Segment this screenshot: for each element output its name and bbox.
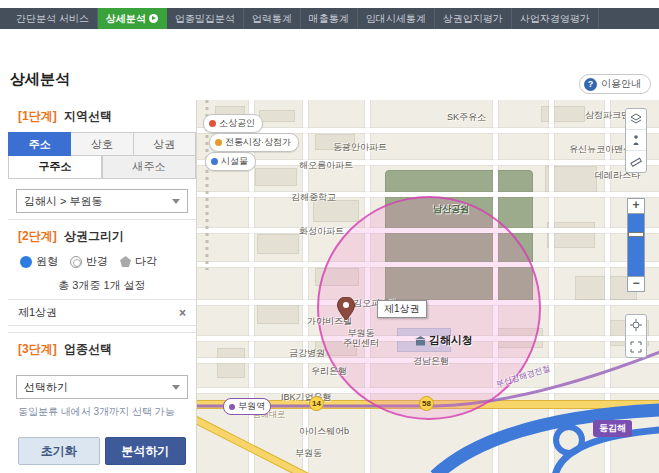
help-button[interactable]: ? 이용안내 [579, 74, 651, 94]
map-place-label: 화성아파트 [299, 226, 344, 236]
app-root: 간단분석 서비스상세분석업종밀집분석업력통계매출통계임대시세통계상권입지평가사업… [0, 0, 659, 473]
zoom-in-button[interactable]: + [627, 198, 645, 214]
step2-title: 상권그리기 [64, 229, 124, 243]
map-pin-icon[interactable] [337, 297, 355, 325]
shape-option-label: 다각 [135, 254, 157, 269]
tab-address[interactable]: 주소 [8, 132, 71, 156]
tab-business-name[interactable]: 상호 [71, 132, 133, 156]
analyze-button[interactable]: 분석하기 [105, 437, 187, 465]
fullscreen-button[interactable] [626, 336, 646, 357]
tab-trade-area[interactable]: 상권 [134, 132, 196, 156]
map-building [259, 110, 295, 122]
category-select[interactable]: 선택하기 [16, 375, 188, 399]
facilities-icon [211, 158, 218, 165]
question-icon: ? [584, 78, 597, 91]
map-building [217, 348, 245, 378]
map-road [197, 388, 659, 393]
city-hall-label: 김해시청 [415, 333, 473, 348]
region-select[interactable]: 김해시 > 부원동 [16, 189, 188, 213]
city-hall-icon [415, 336, 426, 346]
shape-option-circle[interactable]: 원형 [20, 254, 58, 269]
map-road [493, 100, 498, 473]
shape-option-label: 원형 [36, 254, 58, 269]
layer-toggle-small-business[interactable]: 소상공인 [203, 114, 263, 133]
map-building [541, 106, 585, 122]
map-place-label: 부원동 [295, 448, 322, 458]
map-place-label: 해오름아파트 [299, 160, 353, 170]
skyview-toggle-button[interactable] [626, 109, 646, 130]
shape-option-polygon[interactable]: 다각 [120, 254, 157, 269]
nav-item-label: 업종밀집분석 [175, 12, 235, 26]
nav-item-2[interactable]: 상세분석 [98, 8, 167, 29]
polygon-shape-icon [120, 256, 131, 267]
map-place-label: 동광안아파트 [333, 142, 387, 152]
help-button-label: 이용안내 [601, 77, 641, 91]
map-road [197, 300, 659, 305]
roadview-person-icon [630, 134, 642, 146]
map-road [303, 100, 308, 473]
zoom-control: + − [627, 198, 645, 292]
nav-item-label: 업력통계 [252, 12, 292, 26]
map-road [365, 100, 370, 473]
trade-area-item: 제1상권 × [8, 299, 196, 326]
nav-item-6[interactable]: 임대시세통계 [358, 8, 435, 29]
layer-toggle-label: 시설물 [221, 155, 248, 168]
radius-shape-icon [70, 256, 82, 268]
map-place-label: 경남은행 [413, 356, 449, 366]
zoom-out-button[interactable]: − [627, 276, 645, 292]
measure-distance-button[interactable] [626, 151, 646, 172]
nav-item-3[interactable]: 업종밀집분석 [167, 8, 244, 29]
subtab-old-address[interactable]: 구주소 [8, 156, 102, 179]
route-number-badge: 14 [309, 396, 324, 411]
step3-number: [3단계] [18, 342, 57, 356]
nav-item-7[interactable]: 상권입지평가 [435, 8, 512, 29]
category-hint: 동일분류 내에서 3개까지 선택 가능 [8, 403, 196, 427]
map-building [255, 168, 297, 186]
step2-number: [2단계] [18, 229, 57, 243]
city-hall-name: 김해시청 [429, 333, 473, 348]
map-view-stack [625, 314, 647, 358]
map-road [197, 160, 659, 165]
nav-item-label: 사업자경영평가 [520, 12, 590, 26]
subtab-new-address[interactable]: 새주소 [102, 156, 196, 179]
nav-item-label: 상세분석 [106, 12, 146, 26]
nav-item-1[interactable]: 간단분석 서비스 [8, 8, 98, 29]
roadview-button[interactable] [626, 130, 646, 151]
nav-item-5[interactable]: 매출통계 [301, 8, 358, 29]
top-navigation: 간단분석 서비스상세분석업종밀집분석업력통계매출통계임대시세통계상권입지평가사업… [0, 8, 659, 29]
layer-toggle-facilities[interactable]: 시설물 [205, 152, 256, 171]
step1-number: [1단계] [18, 109, 57, 123]
current-location-button[interactable] [626, 315, 646, 336]
rail-station-icon [229, 404, 235, 410]
map-place-label: 우리은행 [311, 366, 347, 376]
chevron-down-icon [172, 199, 180, 204]
nav-item-8[interactable]: 사업자경영평가 [512, 8, 599, 29]
route-number-badge: 58 [419, 396, 434, 411]
address-type-subtabs: 구주소 새주소 [8, 156, 196, 179]
map-canvas[interactable]: SK주유소삼정파크맨션동광안아파트해오름아파트유신뉴코아맨션데레라스타김해중학교… [196, 100, 659, 473]
analysis-panel: [1단계] 지역선택 주소 상호 상권 구주소 새주소 김해시 > 부원동 [2… [8, 100, 196, 465]
map-road [605, 100, 610, 473]
layer-toggle-label: 전통시장·상점가 [225, 136, 291, 149]
nav-item-4[interactable]: 업력통계 [244, 8, 301, 29]
reset-button[interactable]: 초기화 [18, 437, 100, 465]
zoom-slider[interactable] [627, 214, 645, 276]
station-name: 부원역 [238, 400, 265, 413]
map-tool-stack [625, 108, 647, 173]
region-select-value: 김해시 > 부원동 [24, 194, 103, 209]
step2-header: [2단계] 상권그리기 [8, 219, 196, 252]
map-road [549, 100, 554, 473]
circle-shape-icon [20, 256, 32, 268]
shape-option-radius[interactable]: 반경 [70, 254, 108, 269]
map-building [257, 234, 299, 254]
map-building [313, 200, 359, 222]
draw-shape-options: 원형 반경 다각 [8, 252, 196, 275]
active-nav-icon [149, 14, 158, 23]
delete-area-button[interactable]: × [179, 307, 186, 319]
map-place-label: 유신뉴코아맨션 [569, 144, 632, 154]
ruler-icon [630, 156, 642, 168]
zoom-slider-handle[interactable] [628, 232, 644, 237]
map-place-label: IBK기업은행 [281, 392, 332, 402]
layer-toggle-traditional-market[interactable]: 전통시장·상점가 [209, 133, 299, 152]
map-building [315, 268, 359, 286]
